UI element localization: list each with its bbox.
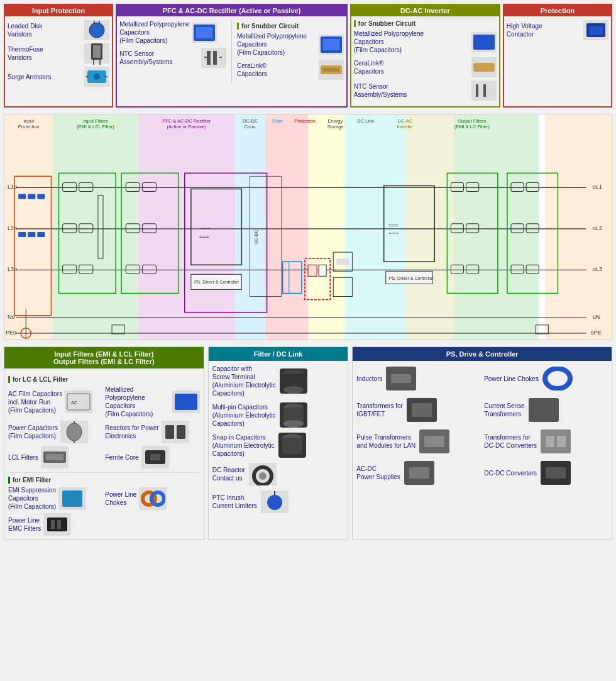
dc-trans-item[interactable]: Transformers forDC-DC Converters: [484, 428, 608, 455]
ntc-img: [201, 48, 226, 68]
inductors-item[interactable]: Inductors: [356, 365, 480, 392]
acdc-ps-text: AC-DCPower Supplies: [356, 465, 400, 481]
thermofuse-img: [84, 43, 109, 64]
igbt-trans-item[interactable]: Transformers forIGBT/FET: [356, 396, 480, 424]
dc-ac-header: DC-AC Inverter: [351, 5, 499, 16]
circuit-label-input-prot: InputProtection: [4, 117, 53, 131]
svg-rect-100: [526, 265, 539, 274]
protection-header: Protection: [504, 5, 611, 16]
ac-film-cell[interactable]: AC Film Capacitorsincl. Motor Run(Film C…: [8, 385, 102, 418]
circuit-bg: InputProtection Input Filters(EMI & LCL …: [4, 114, 612, 340]
ptc-img: [261, 490, 289, 513]
product-dc-ntc[interactable]: NTC SensorAssembly/Systems: [354, 80, 497, 101]
multi-cap-item[interactable]: Multi-pin Capacitors(Aluminium Electroly…: [212, 402, 344, 428]
snap-cap-item[interactable]: Snap-in Capacitors(Aluminum Electrolytic…: [212, 433, 344, 458]
circuit-label-pfc: PFC & AC-DC Rectifier(Active or Passive): [138, 117, 236, 131]
ceralink-img: [319, 60, 344, 80]
dc-mpp-img: [471, 32, 497, 52]
dc-reactor-item[interactable]: DC ReactorContact us: [212, 463, 344, 485]
ptc-text: PTC InrushCurrent Limiters: [212, 494, 257, 510]
product-ntc[interactable]: NTC SensorAssembly/Systems: [119, 48, 226, 68]
product-thermofuse[interactable]: ThermoFuseVaristors: [8, 43, 109, 64]
svg-rect-93: [466, 265, 479, 274]
snap-cap-img: [278, 433, 306, 458]
dcdc-conv-item[interactable]: DC-DC Converters: [484, 459, 608, 487]
reactors-cell[interactable]: Reactors for PowerElectronics: [105, 421, 199, 443]
ptc-item[interactable]: PTC InrushCurrent Limiters: [212, 490, 344, 513]
svg-rect-22: [473, 63, 495, 72]
emc-img: [43, 513, 71, 536]
svg-rect-26: [589, 26, 603, 35]
svg-point-123: [283, 386, 304, 394]
emc-cell[interactable]: Power LineEMC Filters: [8, 513, 102, 536]
product-surge[interactable]: Surge Arresters: [8, 67, 109, 87]
product-contactor[interactable]: High VoltageContactor: [507, 20, 608, 40]
ceralink-text: CeraLink®Capacitors: [237, 62, 316, 78]
bottom-section: Input Filters (EMI & LCL Filter) Output …: [0, 343, 616, 544]
product-snubber-mpp[interactable]: Metallized PolypropyleneCapacitors(Film …: [237, 32, 344, 57]
product-dc-mpp[interactable]: Metallized PolypropyleneCapacitors(Film …: [354, 30, 497, 54]
svg-rect-48: [37, 232, 45, 237]
pulse-trans-item[interactable]: Pulse Transformersand Modules for LAN: [356, 428, 480, 455]
dc-cera-img: [471, 57, 497, 77]
svg-text:oL2: oL2: [593, 225, 602, 231]
svg-rect-137: [412, 403, 432, 417]
ferrite-cell[interactable]: Ferrite Core: [105, 446, 199, 468]
power-cap-text: Power Capacitors(Film Capacitors): [8, 424, 58, 440]
svg-rect-145: [409, 467, 429, 479]
svg-rect-105: [175, 394, 197, 410]
svg-point-126: [283, 420, 304, 428]
svg-text:oPE: oPE: [591, 329, 602, 336]
svg-rect-92: [451, 265, 463, 274]
dc-ntc-text: NTC SensorAssembly/Systems: [354, 82, 469, 99]
lcl-cell[interactable]: LCL Filters: [8, 446, 102, 468]
power-cap-cell[interactable]: Power Capacitors(Film Capacitors): [8, 421, 102, 443]
svg-text:oN: oN: [593, 314, 600, 320]
svg-rect-90: [451, 224, 463, 233]
svg-point-117: [151, 492, 164, 505]
svg-rect-64: [126, 265, 140, 274]
svg-point-106: [67, 423, 82, 441]
lcl-text: LCL Filters: [8, 453, 38, 462]
thermofuse-text: ThermoFuseVaristors: [8, 45, 82, 62]
product-ceralink[interactable]: CeraLink®Capacitors: [237, 60, 344, 80]
emc-text: Power LineEMC Filters: [8, 516, 41, 533]
product-leaded-disk[interactable]: Leaded DiskVaristors: [8, 20, 109, 40]
svg-rect-52: [63, 182, 77, 191]
pl-chokes-text: Power Line Chokes: [484, 375, 539, 383]
film-cap-cell[interactable]: Metallized PolypropyleneCapacitors(Film …: [105, 385, 199, 418]
svg-rect-53: [79, 182, 93, 191]
pfc-box: PFC & AC-DC Rectifier (Active or Passive…: [116, 4, 348, 108]
powerline-chokes-cell[interactable]: Power LineChokes: [105, 486, 199, 511]
pl-chokes-item[interactable]: Power Line Chokes: [484, 365, 608, 392]
snubber-mpp-img: [319, 35, 344, 55]
cs-trans-item[interactable]: Current SenseTransformers: [484, 396, 608, 424]
svg-rect-138: [531, 402, 556, 418]
filter-dc-content: Capacitor withScrew Terminal(Aluminium E…: [209, 361, 348, 522]
emi-product-grid: EMI SuppressionCapacitors(Film Capacitor…: [8, 486, 200, 536]
product-dc-cera[interactable]: CeraLink®Capacitors: [354, 57, 497, 77]
dc-ac-box: DC-AC Inverter for Snubber Circuit Metal…: [350, 4, 500, 108]
snubber-mpp-text: Metallized PolypropyleneCapacitors(Film …: [237, 32, 316, 57]
svg-rect-56: [63, 265, 77, 274]
acdc-ps-item[interactable]: AC-DCPower Supplies: [356, 459, 480, 487]
reactors-text: Reactors for PowerElectronics: [105, 424, 159, 440]
pfc-header: PFC & AC-DC Rectifier (Active or Passive…: [117, 5, 346, 16]
svg-text:PS, Driver & Controller: PS, Driver & Controller: [389, 276, 434, 280]
svg-rect-46: [18, 232, 26, 237]
pulse-trans-img: [419, 429, 449, 453]
filter-dc-header: Filter / DC Link: [209, 347, 348, 361]
svg-rect-91: [466, 224, 479, 233]
lcl-img: [41, 446, 69, 468]
svg-rect-110: [177, 425, 185, 439]
product-mpp-cap[interactable]: Metallized PolypropyleneCapacitors(Film …: [119, 20, 226, 45]
svg-rect-134: [391, 374, 411, 383]
screw-cap-item[interactable]: Capacitor withScrew Terminal(Aluminium E…: [212, 365, 344, 397]
svg-rect-61: [142, 182, 156, 191]
snubber-label-dc: for Snubber Circuit: [354, 20, 497, 27]
svg-text:L2o: L2o: [8, 225, 17, 231]
emi-cap-cell[interactable]: EMI SuppressionCapacitors(Film Capacitor…: [8, 486, 102, 511]
dc-reactor-text: DC ReactorContact us: [212, 466, 245, 482]
lc-product-grid: AC Film Capacitorsincl. Motor Run(Film C…: [8, 385, 200, 468]
input-protection-box: Input Protection Leaded DiskVaristors Th…: [4, 4, 113, 108]
